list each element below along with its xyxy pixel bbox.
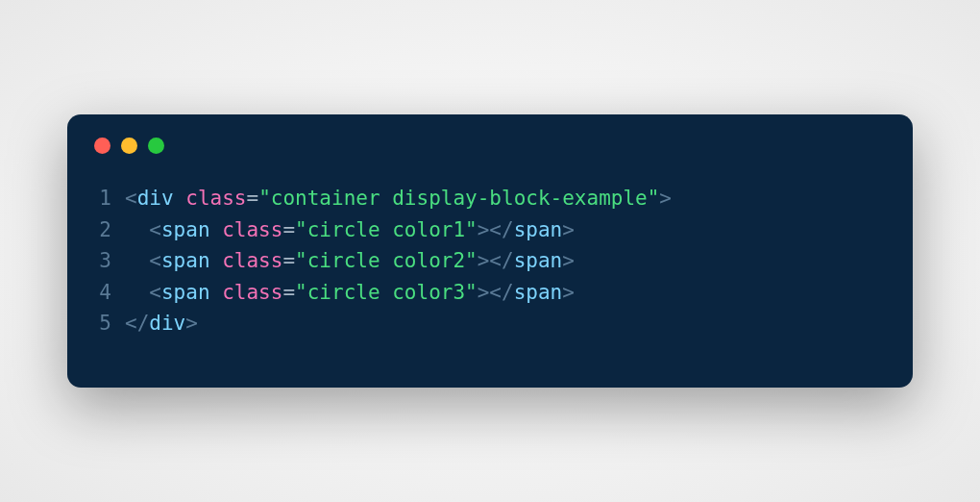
code-token: < (125, 187, 137, 210)
code-line: 3 <span class="circle color2"></span> (94, 245, 886, 277)
line-content: <span class="circle color2"></span> (125, 245, 575, 277)
code-token: span (161, 218, 210, 241)
line-content: <div class="container display-block-exam… (125, 183, 672, 214)
code-token: "circle color2" (295, 249, 478, 272)
code-token: = (246, 187, 258, 210)
code-token: class (222, 218, 282, 241)
code-token: = (282, 218, 295, 241)
close-icon[interactable] (94, 138, 110, 154)
code-token: ></ (478, 249, 514, 272)
line-number: 2 (94, 214, 125, 246)
code-token: "circle color3" (295, 281, 478, 304)
traffic-lights (67, 138, 913, 183)
code-token: </ (125, 312, 149, 335)
code-token: ></ (478, 281, 514, 304)
code-block: 1<div class="container display-block-exa… (67, 183, 913, 339)
line-number: 4 (94, 277, 125, 309)
code-token: > (562, 218, 575, 241)
code-token: = (282, 281, 295, 304)
line-number: 1 (94, 183, 125, 214)
code-token: div (149, 312, 185, 335)
code-token (125, 281, 149, 304)
code-token (125, 218, 149, 241)
maximize-icon[interactable] (148, 138, 164, 154)
line-number: 3 (94, 245, 125, 277)
line-content: </div> (125, 308, 198, 339)
code-token (210, 281, 223, 304)
code-token: "container display-block-example" (258, 187, 659, 210)
code-token (125, 249, 149, 272)
code-token: class (185, 187, 246, 210)
code-line: 5</div> (94, 308, 886, 339)
code-token: ></ (478, 218, 514, 241)
code-token: < (149, 249, 161, 272)
code-window: 1<div class="container display-block-exa… (67, 114, 913, 388)
code-token: < (149, 218, 161, 241)
code-token: = (282, 249, 295, 272)
code-token: class (222, 281, 282, 304)
code-token: span (161, 281, 210, 304)
code-token: > (659, 187, 672, 210)
code-token: span (161, 249, 210, 272)
line-number: 5 (94, 308, 125, 339)
line-content: <span class="circle color1"></span> (125, 214, 575, 246)
code-token: class (222, 249, 282, 272)
line-content: <span class="circle color3"></span> (125, 277, 575, 309)
code-token (210, 218, 223, 241)
code-line: 2 <span class="circle color1"></span> (94, 214, 886, 246)
code-token: < (149, 281, 161, 304)
minimize-icon[interactable] (121, 138, 137, 154)
code-token: > (562, 281, 575, 304)
code-token: div (137, 187, 174, 210)
code-token (210, 249, 223, 272)
code-token: "circle color1" (295, 218, 478, 241)
code-token: > (562, 249, 575, 272)
code-token: > (185, 312, 198, 335)
code-token (174, 187, 186, 210)
code-line: 4 <span class="circle color3"></span> (94, 277, 886, 309)
code-line: 1<div class="container display-block-exa… (94, 183, 886, 214)
code-token: span (514, 249, 563, 272)
code-token: span (514, 218, 563, 241)
code-token: span (514, 281, 563, 304)
